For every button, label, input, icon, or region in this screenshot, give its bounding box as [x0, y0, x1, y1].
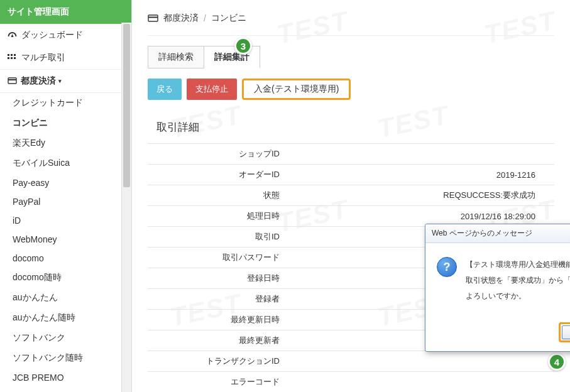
- svg-rect-3: [8, 57, 9, 59]
- nav-multi[interactable]: マルチ取引: [0, 46, 131, 69]
- chevron-down-icon: ▾: [58, 78, 62, 84]
- dialog-title-text: Web ページからのメッセージ: [432, 228, 532, 239]
- row-value: [286, 351, 554, 372]
- row-label: 処理日時: [148, 206, 286, 227]
- dialog-line3: よろしいですか。: [466, 288, 570, 304]
- row-value: [286, 144, 554, 165]
- nav-label: マルチ取引: [21, 52, 65, 63]
- row-label: 登録日時: [148, 268, 286, 289]
- step-badge-3: 3: [234, 37, 252, 55]
- sidebar-item-softbank-r[interactable]: ソフトバンク随時: [0, 348, 131, 368]
- section-title: 取引詳細: [148, 115, 554, 143]
- sidebar-item-webmoney[interactable]: WebMoney: [0, 230, 131, 249]
- breadcrumb: 都度決済 / コンビニ: [148, 6, 554, 36]
- sidebar-item-suica[interactable]: モバイルSuica: [0, 153, 131, 173]
- stop-button[interactable]: 支払停止: [187, 79, 237, 100]
- sidebar-item-credit[interactable]: クレジットカード: [0, 93, 131, 113]
- breadcrumb-sep: /: [204, 13, 206, 23]
- step-badge-4: 4: [548, 353, 566, 371]
- row-label: 最終更新者: [148, 330, 286, 351]
- main-content: TEST TEST TEST TEST TEST TEST TEST TEST …: [132, 0, 570, 392]
- sidebar: サイト管理画面 ダッシュボード マルチ取引 都度決済▾ クレジットカード コンビ…: [0, 0, 132, 392]
- table-row: オーダーID2019-1216: [148, 165, 554, 185]
- row-label: 取引パスワード: [148, 248, 286, 268]
- row-label: エラーコード: [148, 372, 286, 393]
- dialog-line1: 【テスト環境専用/入金処理機能】: [466, 257, 570, 273]
- sidebar-item-jcb[interactable]: JCB PREMO: [0, 368, 131, 387]
- dialog-footer: OK キャンセル: [425, 316, 570, 351]
- card-icon: [8, 76, 17, 86]
- svg-rect-8: [148, 15, 158, 21]
- nav-section-label: 都度決済: [21, 75, 56, 87]
- table-row: エラーコード: [148, 372, 554, 393]
- sidebar-item-docomo[interactable]: docomo: [0, 249, 131, 268]
- confirm-dialog: Web ページからのメッセージ ? 【テスト環境専用/入金処理機能】 取引状態を…: [425, 224, 570, 352]
- nav-dashboard[interactable]: ダッシュボード: [0, 24, 131, 46]
- svg-rect-5: [14, 57, 16, 59]
- row-label: オーダーID: [148, 165, 286, 185]
- sidebar-item-paypal[interactable]: PayPal: [0, 192, 131, 211]
- row-value: REQSUCCESS:要求成功: [286, 185, 554, 206]
- deposit-button[interactable]: 入金(テスト環境専用): [242, 79, 351, 100]
- table-row: ショップID: [148, 144, 554, 165]
- row-label: 状態: [148, 185, 286, 206]
- svg-rect-4: [11, 57, 13, 59]
- sidebar-scrollbar[interactable]: [121, 23, 131, 392]
- sidebar-item-conv[interactable]: コンビニ: [0, 113, 131, 133]
- svg-rect-2: [14, 54, 16, 56]
- dashboard-icon: [8, 31, 18, 40]
- sidebar-item-edy[interactable]: 楽天Edy: [0, 133, 131, 153]
- svg-rect-0: [8, 54, 9, 56]
- sidebar-item-au[interactable]: auかんたん: [0, 288, 131, 308]
- dialog-titlebar: Web ページからのメッセージ: [425, 224, 570, 243]
- nav-label: ダッシュボード: [21, 30, 83, 41]
- table-row: トランザクションID: [148, 351, 554, 372]
- row-value: 2019-1216: [286, 165, 554, 185]
- sidebar-title: サイト管理画面: [0, 0, 131, 24]
- row-label: 登録者: [148, 289, 286, 310]
- question-icon: ?: [437, 257, 457, 305]
- dialog-line2: 取引状態を「要求成功」から「決済完了」に変更します。: [466, 273, 570, 288]
- sidebar-item-au-r[interactable]: auかんたん随時: [0, 308, 131, 328]
- sidebar-item-netcash[interactable]: NET CASH・nanacoギフト: [0, 387, 131, 392]
- scroll-thumb[interactable]: [123, 24, 130, 187]
- svg-rect-1: [11, 54, 13, 56]
- dialog-message: 【テスト環境専用/入金処理機能】 取引状態を「要求成功」から「決済完了」に変更し…: [466, 257, 570, 305]
- nav-section-payments[interactable]: 都度決済▾: [0, 69, 131, 93]
- ok-button[interactable]: OK: [559, 322, 570, 342]
- sidebar-item-softbank[interactable]: ソフトバンク: [0, 328, 131, 348]
- toolbar: 戻る 支払停止 入金(テスト環境専用): [148, 79, 554, 100]
- tab-search[interactable]: 詳細検索: [148, 46, 204, 68]
- row-label: ショップID: [148, 144, 286, 165]
- svg-rect-9: [148, 17, 158, 18]
- back-button[interactable]: 戻る: [148, 79, 182, 100]
- breadcrumb-a: 都度決済: [163, 13, 199, 24]
- breadcrumb-b: コンビニ: [211, 13, 246, 24]
- table-row: 状態REQSUCCESS:要求成功: [148, 185, 554, 206]
- sidebar-item-payeasy[interactable]: Pay-easy: [0, 173, 131, 192]
- sidebar-item-docomo-r[interactable]: docomo随時: [0, 268, 131, 288]
- svg-rect-7: [8, 79, 16, 80]
- sidebar-item-id[interactable]: iD: [0, 211, 131, 230]
- card-icon: [148, 14, 158, 22]
- svg-rect-6: [8, 78, 16, 84]
- row-label: 取引ID: [148, 227, 286, 248]
- row-value: [286, 372, 554, 393]
- row-label: トランザクションID: [148, 351, 286, 372]
- row-label: 最終更新日時: [148, 310, 286, 330]
- tab-summary[interactable]: 詳細集計: [204, 46, 260, 68]
- grid-icon: [8, 54, 18, 62]
- tabs: 詳細検索 詳細集計 3: [148, 46, 554, 68]
